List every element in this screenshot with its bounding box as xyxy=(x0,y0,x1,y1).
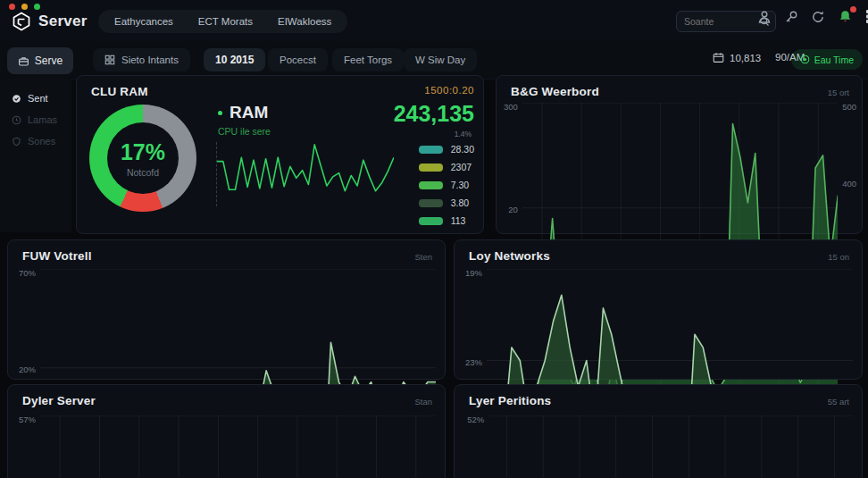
y-axis-left: 52%20001000 xyxy=(465,415,484,478)
search-input[interactable] xyxy=(682,15,755,28)
nav-item[interactable]: ECT Morats xyxy=(186,12,265,31)
legend-item: 3.80 xyxy=(419,197,474,208)
ram-legend: 28.3023077.303.80113 xyxy=(419,144,474,226)
ram-big-value: 243,135 xyxy=(394,101,474,127)
panel-meta: 55 art xyxy=(828,397,849,407)
notifications-icon[interactable] xyxy=(838,9,853,24)
panel-meta: 15 ort xyxy=(828,88,849,97)
panel-cpu-ram: CLU RAM 17% Notcofd RAM CPU ile sere 150… xyxy=(76,75,484,234)
ram-meta-value: 1500:0.20 xyxy=(424,85,474,96)
top-bar: Server Eathycances ECT Morats EIWakloess xyxy=(0,0,868,42)
legend-swatch xyxy=(419,181,443,189)
serve-button[interactable]: Serve xyxy=(7,47,73,74)
nav-item[interactable]: EIWakloess xyxy=(265,12,344,31)
window-close-button[interactable] xyxy=(9,4,15,10)
brand-name: Server xyxy=(38,13,88,30)
legend-swatch xyxy=(419,146,443,154)
legend-swatch xyxy=(419,164,443,172)
cpu-donut-chart: 17% Notcofd xyxy=(89,105,196,212)
app-logo: Server xyxy=(12,12,88,31)
hexagon-logo-icon xyxy=(12,12,31,31)
weerbord-chart: 3002030050040040030603on4bp4upUop7tmJUgS… xyxy=(504,103,856,228)
legend-item: 113 xyxy=(419,215,474,226)
notification-badge xyxy=(850,6,856,13)
calendar-icon xyxy=(713,52,724,63)
sidebar-item-sent[interactable]: Sent xyxy=(0,88,71,109)
lyer-chart: 52%20001000 xyxy=(465,415,853,478)
user-icon[interactable] xyxy=(757,10,772,24)
tab-10-2015[interactable]: 10 2015 xyxy=(204,48,265,71)
window-minimize-button[interactable] xyxy=(21,4,28,10)
panel-title: B&G Weerbord xyxy=(511,85,599,98)
legend-item: 2307 xyxy=(419,162,474,172)
ram-subtitle: CPU ile sere xyxy=(218,126,271,137)
legend-value: 7.30 xyxy=(451,180,469,190)
toolbar: Serve Sieto Intants 10 2015 Pocecst Feet… xyxy=(0,41,868,80)
ram-heading: RAM xyxy=(218,103,268,122)
donut-label: Notcofd xyxy=(127,167,159,178)
nav-item[interactable]: Eathycances xyxy=(102,12,186,31)
ram-delta: 1.4% xyxy=(455,130,472,138)
sidebar-item-sones[interactable]: Sones xyxy=(0,130,71,152)
plot-area xyxy=(488,415,853,478)
fuw-chart: 70%20%90%10%10%1doo900n10noJUn10un30m12u… xyxy=(19,269,436,373)
ram-sparkline-chart xyxy=(216,142,394,206)
donut-value: 17% xyxy=(121,139,165,165)
loy-chart: 19%23%20%20%10%2bm14op101m76hm70um71mm xyxy=(465,269,853,373)
legend-item: 7.30 xyxy=(419,180,474,190)
tab-w-siw-day[interactable]: W Siw Day xyxy=(404,48,477,71)
clock-icon xyxy=(12,115,21,125)
main-nav: Eathycances ECT Morats EIWakloess xyxy=(98,10,347,33)
sidebar: Sent Lamas Sones xyxy=(0,79,71,232)
tab-sieto-intants[interactable]: Sieto Intants xyxy=(93,48,190,71)
panel-dyler: Dyler Server Stan 57%55%60% xyxy=(7,384,446,478)
legend-value: 2307 xyxy=(451,162,472,172)
panel-meta: Sten xyxy=(414,252,432,262)
dyler-chart: 57%55%60% xyxy=(19,415,436,478)
panel-loy: Loy Networks 15 on 19%23%20%20%10%2bm14o… xyxy=(454,239,863,380)
legend-item: 28.30 xyxy=(419,144,474,155)
tab-pocecst[interactable]: Pocecst xyxy=(268,48,328,71)
panel-meta: 15 on xyxy=(828,252,849,262)
panel-meta: Stan xyxy=(414,397,432,407)
briefcase-icon xyxy=(18,55,29,67)
tab-feet-torgs[interactable]: Feet Torgs xyxy=(332,48,404,71)
panel-lyer: Lyer Peritions 55 art 52%20001000 xyxy=(454,384,863,478)
y-axis-left: 57%55%60% xyxy=(19,415,36,478)
panel-weerbord: B&G Weerbord 15 ort 30020300500400400306… xyxy=(496,75,863,234)
sidebar-item-lamas[interactable]: Lamas xyxy=(0,109,71,130)
shield-icon xyxy=(12,137,21,147)
plot-area xyxy=(40,415,436,478)
window-zoom-button[interactable] xyxy=(34,4,40,10)
legend-value: 3.80 xyxy=(451,197,469,208)
legend-swatch xyxy=(419,199,443,207)
refresh-icon[interactable] xyxy=(811,10,825,24)
legend-swatch xyxy=(419,217,443,225)
panel-title: Lyer Peritions xyxy=(469,394,551,407)
date-display: 10,813 xyxy=(713,52,761,63)
panel-title: Loy Networks xyxy=(469,249,550,263)
legend-value: 28.30 xyxy=(451,144,474,155)
panel-title: FUW Votrell xyxy=(22,249,92,263)
live-icon xyxy=(800,55,810,64)
green-dot-icon xyxy=(218,111,222,115)
panel-title: Dyler Server xyxy=(22,394,96,407)
sent-icon xyxy=(12,94,21,104)
panel-title: CLU RAM xyxy=(91,85,148,98)
panel-fuw: FUW Votrell Sten 70%20%90%10%10%1doo900n… xyxy=(7,239,446,380)
legend-value: 113 xyxy=(451,215,466,226)
key-icon[interactable] xyxy=(784,10,798,24)
dashboard-icon xyxy=(104,55,115,65)
real-time-button[interactable]: Eau Time xyxy=(791,49,863,70)
